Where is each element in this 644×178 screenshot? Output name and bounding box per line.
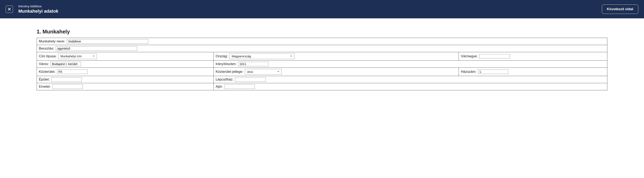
next-page-button[interactable]: Következő oldal [602, 5, 638, 14]
cell-building: Épület: [37, 76, 214, 83]
label-city: Város: [39, 62, 49, 66]
label-address-type: Cím típusa: [39, 54, 56, 58]
cell-empty-floor [459, 83, 607, 90]
row-city-postal: Város: Irányítószám: [37, 61, 607, 68]
row-position: Beosztás: [37, 45, 607, 52]
cell-county: Vármegye: [459, 52, 607, 60]
row-building-staircase: Épület: Lépcsőház: [37, 76, 607, 83]
header-left: Kérvény kitöltése Munkahelyi adatok [6, 4, 58, 14]
input-postal-code[interactable] [238, 62, 269, 66]
dropdown-address-type[interactable]: Munkahelyi cím [58, 53, 97, 59]
cell-position: Beosztás: [37, 45, 607, 52]
label-house-number: Házszám: [461, 70, 476, 74]
chevron-down-icon [277, 71, 279, 72]
cell-empty-postal [459, 61, 607, 68]
label-door: Ajtó: [216, 85, 223, 89]
content-area: 1. Munkahely Munkahely neve: Beosztás: C… [0, 18, 644, 96]
label-floor: Emelet: [39, 85, 51, 89]
cell-staircase: Lépcsőház: [214, 76, 459, 83]
label-position: Beosztás: [39, 47, 54, 51]
cell-city: Város: [37, 61, 214, 68]
input-door[interactable] [224, 84, 255, 89]
cell-street-type: Közterület jellege: utca [214, 68, 459, 76]
label-staircase: Lépcsőház: [216, 77, 234, 82]
input-floor[interactable] [52, 84, 83, 89]
label-county: Vármegye: [461, 54, 478, 58]
section-title: 1. Munkahely [37, 29, 607, 35]
dropdown-address-type-value: Munkahelyi cím [60, 54, 82, 58]
row-workplace-name: Munkahely neve: [37, 38, 607, 45]
cell-address-type: Cím típusa: Munkahelyi cím [37, 52, 214, 60]
header-subtitle: Kérvény kitöltése [18, 4, 58, 8]
dropdown-street-type[interactable]: utca [245, 69, 282, 75]
close-button[interactable] [6, 6, 13, 13]
row-street: Közterület: Közterület jellege: utca Ház… [37, 68, 607, 76]
row-floor-door: Emelet: Ajtó: [37, 83, 607, 90]
close-icon [8, 8, 11, 11]
page-header: Kérvény kitöltése Munkahelyi adatok Köve… [0, 0, 644, 18]
label-workplace-name: Munkahely neve: [39, 39, 65, 43]
label-country: Ország: [216, 54, 228, 58]
input-house-number[interactable] [478, 70, 508, 74]
cell-workplace-name: Munkahely neve: [37, 38, 607, 45]
row-address-type: Cím típusa: Munkahelyi cím Ország: Magya… [37, 52, 607, 61]
dropdown-street-type-value: utca [247, 70, 253, 73]
dropdown-country-value: Magyarország [232, 54, 251, 58]
input-position[interactable] [56, 46, 137, 51]
workplace-form-table: Munkahely neve: Beosztás: Cím típusa: Mu… [37, 38, 607, 90]
label-street: Közterület: [39, 70, 55, 74]
label-street-type: Közterület jellege: [216, 70, 243, 74]
cell-street: Közterület: [37, 68, 214, 76]
input-county[interactable] [479, 54, 510, 59]
label-building: Épület: [39, 77, 50, 82]
cell-floor: Emelet: [37, 83, 214, 90]
cell-empty-building [459, 76, 607, 83]
cell-house-number: Házszám: [459, 68, 607, 76]
input-workplace-name[interactable] [67, 39, 148, 44]
header-title: Munkahelyi adatok [18, 8, 58, 14]
cell-door: Ajtó: [214, 83, 459, 90]
chevron-down-icon [92, 56, 95, 57]
header-titles: Kérvény kitöltése Munkahelyi adatok [18, 4, 58, 14]
input-city[interactable] [50, 62, 81, 66]
cell-country: Ország: Magyarország [214, 52, 459, 60]
input-street[interactable] [57, 70, 88, 74]
chevron-down-icon [290, 56, 292, 57]
input-staircase[interactable] [235, 77, 266, 82]
dropdown-country[interactable]: Magyarország [230, 53, 294, 59]
label-postal-code: Irányítószám: [216, 62, 236, 66]
input-building[interactable] [51, 77, 82, 82]
cell-postal-code: Irányítószám: [214, 61, 459, 68]
